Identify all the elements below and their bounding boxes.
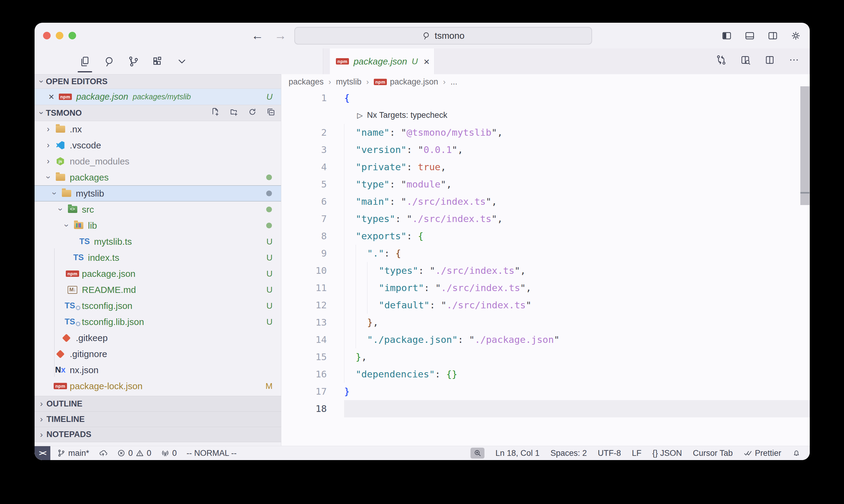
code-line-7[interactable]: 7"types": "./src/index.ts", — [281, 210, 810, 228]
editor-scrollbar[interactable] — [800, 86, 809, 205]
status-item-cursor-tab[interactable]: Cursor Tab — [693, 449, 733, 458]
status-item-0[interactable]: 0 — [161, 449, 177, 458]
code-line-18[interactable]: 18 — [281, 400, 810, 417]
tab-package-json[interactable]: npm package.json U × — [330, 49, 434, 74]
code-line-11[interactable]: 11"import": "./src/index.ts", — [281, 279, 810, 296]
tree-item-packages[interactable]: ›packages — [35, 169, 281, 185]
section-header-outline[interactable]: ›OUTLINE — [35, 396, 281, 411]
breadcrumb-item[interactable]: mytslib — [336, 77, 361, 87]
new-folder-button[interactable] — [229, 107, 239, 119]
more-actions-button[interactable] — [789, 55, 799, 68]
token: : — [430, 296, 441, 314]
tree-item-tsconfig.json[interactable]: TStsconfig.jsonU — [35, 298, 281, 314]
code-line-1[interactable]: 1{ — [281, 89, 810, 107]
status-item-zoom-in[interactable] — [470, 448, 484, 458]
code-line-16[interactable]: 16"dependencies": {} — [281, 365, 810, 383]
split-editor-button[interactable] — [764, 55, 775, 68]
status-item[interactable] — [99, 449, 107, 457]
command-center-search[interactable]: tsmono — [294, 27, 592, 44]
open-editors-header[interactable]: › OPEN EDITORS — [35, 74, 281, 89]
code-line-8[interactable]: 8"exports": { — [281, 228, 810, 245]
activity-explorer[interactable] — [76, 49, 93, 74]
tree-item-nx.json[interactable]: Nxnx.json — [35, 362, 281, 378]
tree-item-lib[interactable]: ›lib — [35, 217, 281, 234]
status-item-bell[interactable] — [792, 449, 800, 457]
activity-search[interactable] — [101, 49, 118, 74]
close-window-button[interactable] — [43, 32, 51, 39]
git-status-badge: U — [266, 285, 273, 295]
close-editor-icon[interactable]: × — [49, 91, 54, 102]
code-line-5[interactable]: 5"type": "module", — [281, 176, 810, 193]
tree-item-package.json[interactable]: npmpackage.jsonU — [35, 266, 281, 282]
explorer-icon — [79, 56, 91, 67]
open-preview-button[interactable] — [740, 55, 751, 68]
tree-item-.gitkeep[interactable]: .gitkeep — [35, 330, 281, 346]
activity-source-control[interactable] — [125, 49, 142, 74]
warning-icon — [136, 449, 144, 457]
layout-sidebar-right-icon[interactable] — [767, 30, 778, 41]
layout-panel-icon[interactable] — [744, 30, 755, 41]
compare-changes-button[interactable] — [716, 55, 727, 68]
zoom-indicator[interactable] — [470, 448, 484, 458]
code-line-3[interactable]: 3"version": "0.0.1", — [281, 141, 810, 158]
code-line-10[interactable]: 10"types": "./src/index.ts", — [281, 262, 810, 279]
breadcrumb-item[interactable]: ... — [450, 77, 458, 87]
open-editor-item[interactable]: × npm package.json packages/mytslib U — [35, 89, 281, 105]
zoom-window-button[interactable] — [69, 32, 76, 39]
tree-item-.gitignore[interactable]: .gitignore — [35, 346, 281, 362]
status-item-0[interactable]: 00 — [117, 449, 151, 458]
status-item-utf-8[interactable]: UTF-8 — [598, 449, 621, 458]
activity-dropdown[interactable] — [173, 49, 190, 74]
status-item-lf[interactable]: LF — [632, 449, 641, 458]
code-line-2[interactable]: 2"name": "@tsmono/mytslib", — [281, 124, 810, 141]
code-line-13[interactable]: 13}, — [281, 314, 810, 331]
code-line-15[interactable]: 15}, — [281, 348, 810, 365]
breadcrumb-item[interactable]: packages — [289, 77, 324, 87]
settings-gear-icon[interactable] — [790, 30, 801, 41]
status-item--json[interactable]: {} JSON — [652, 449, 682, 458]
tree-item-mytslib[interactable]: ›mytslib — [35, 185, 281, 201]
title-bar[interactable]: ← → tsmono — [35, 23, 810, 49]
tree-item-src[interactable]: ›src — [35, 201, 281, 217]
status-item-prettier[interactable]: Prettier — [744, 449, 781, 458]
token: , — [497, 124, 503, 141]
code-line-12[interactable]: 12"default": "./src/index.ts" — [281, 296, 810, 314]
back-button[interactable]: ← — [251, 29, 263, 42]
status-item-ln-18-col-1[interactable]: Ln 18, Col 1 — [495, 449, 540, 458]
remote-indicator[interactable]: >< — [35, 446, 50, 460]
token: "types" — [379, 262, 418, 279]
forward-button[interactable]: → — [274, 29, 287, 42]
tree-item-node_modules[interactable]: ›jsnode_modules — [35, 153, 281, 169]
code-editor[interactable]: 1{▷Nx Targets: typecheck2"name": "@tsmon… — [281, 89, 810, 446]
status-item-spaces-2[interactable]: Spaces: 2 — [551, 449, 587, 458]
code-line-6[interactable]: 6"main": "./src/index.ts", — [281, 193, 810, 210]
tree-item-package-lock.json[interactable]: npmpackage-lock.jsonM — [35, 378, 281, 394]
minimize-window-button[interactable] — [56, 32, 63, 39]
new-file-button[interactable] — [211, 107, 220, 119]
code-line-17[interactable]: 17} — [281, 383, 810, 400]
status-item-main-[interactable]: main* — [57, 449, 89, 458]
code-line-14[interactable]: 14"./package.json": "./package.json" — [281, 331, 810, 348]
tree-item-index.ts[interactable]: TSindex.tsU — [35, 250, 281, 266]
folder-lib-icon — [74, 222, 83, 229]
activity-extensions[interactable] — [149, 49, 166, 74]
collapse-all-button[interactable] — [266, 107, 276, 119]
section-header-timeline[interactable]: ›TIMELINE — [35, 411, 281, 427]
workspace-header[interactable]: › TSMONO — [35, 105, 281, 121]
status-item--normal-[interactable]: -- NORMAL -- — [187, 449, 237, 458]
codelens-nx-targets[interactable]: ▷Nx Targets: typecheck — [281, 107, 810, 124]
tree-item-mytslib.ts[interactable]: TSmytslib.tsU — [35, 234, 281, 250]
tree-item-.vscode[interactable]: ›.vscode — [35, 137, 281, 153]
tree-item-tsconfig.lib.json[interactable]: TStsconfig.lib.jsonU — [35, 314, 281, 330]
tree-item-README.md[interactable]: M↓README.mdU — [35, 282, 281, 298]
refresh-button[interactable] — [248, 107, 257, 119]
chevron-down-icon: › — [50, 188, 59, 199]
close-tab-icon[interactable]: × — [424, 56, 430, 67]
code-line-4[interactable]: 4"private": true, — [281, 158, 810, 176]
breadcrumb-item[interactable]: npmpackage.json — [374, 77, 438, 87]
token: " — [418, 141, 424, 158]
section-header-notepads[interactable]: ›NOTEPADS — [35, 427, 281, 442]
tree-item-.nx[interactable]: ›.nx — [35, 121, 281, 137]
code-line-9[interactable]: 9".": { — [281, 245, 810, 262]
layout-sidebar-left-icon[interactable] — [721, 30, 732, 41]
